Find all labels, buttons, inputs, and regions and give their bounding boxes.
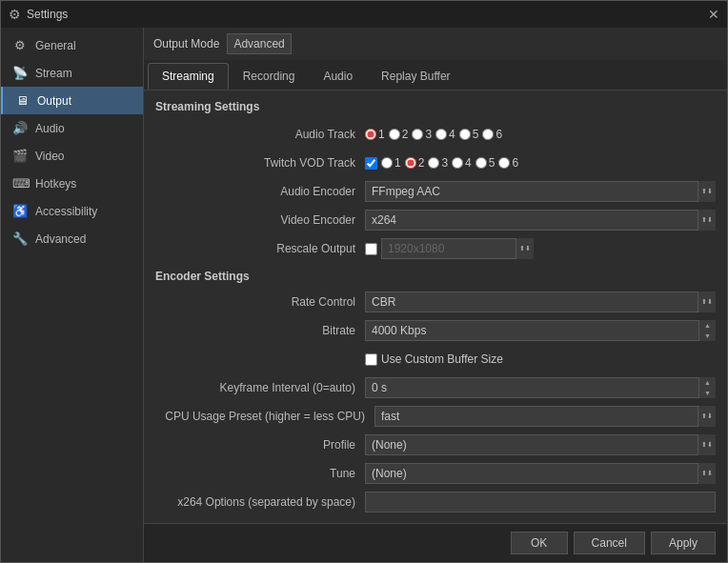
bitrate-spinner: ▲ ▼ (365, 320, 716, 341)
profile-select-wrapper: (None) (365, 434, 716, 455)
sidebar-item-accessibility[interactable]: ♿ Accessibility (1, 197, 143, 225)
stream-icon: 📡 (12, 66, 28, 80)
tune-select-wrapper: (None) (365, 463, 716, 484)
rate-control-row: Rate Control CBR (155, 291, 716, 313)
audio-encoder-select[interactable]: FFmpeg AAC (365, 181, 716, 202)
ok-button[interactable]: OK (511, 532, 568, 554)
rescale-output-row: Rescale Output 1920x1080 (155, 237, 716, 260)
tabs-bar: Streaming Recording Audio Replay Buffer (144, 60, 727, 90)
twitch-vod-radio-5[interactable]: 5 (475, 156, 495, 170)
twitch-vod-radio-1[interactable]: 1 (381, 156, 401, 170)
audio-track-row: Audio Track 1 2 3 (155, 123, 716, 146)
rescale-resolution-select[interactable]: 1920x1080 (381, 238, 534, 259)
output-icon: 🖥 (14, 93, 30, 108)
audio-track-radio-1[interactable]: 1 (365, 128, 385, 141)
twitch-vod-radio-3[interactable]: 3 (428, 156, 448, 170)
output-mode-select[interactable]: Advanced Simple (227, 33, 292, 54)
profile-select[interactable]: (None) (365, 434, 716, 455)
bitrate-input[interactable] (365, 320, 716, 341)
keyframe-down-button[interactable]: ▼ (699, 388, 716, 398)
sidebar-item-stream[interactable]: 📡 Stream (1, 59, 143, 87)
audio-track-radio-6[interactable]: 6 (482, 128, 502, 141)
tab-recording[interactable]: Recording (229, 63, 310, 90)
hotkeys-icon: ⌨ (12, 176, 28, 191)
audio-icon: 🔊 (12, 121, 28, 135)
rescale-output-controls: 1920x1080 (365, 238, 534, 259)
encoder-settings-section: Encoder Settings Rate Control CBR (155, 270, 716, 513)
video-encoder-select[interactable]: x264 (365, 210, 716, 231)
custom-buffer-label: Use Custom Buffer Size (381, 352, 503, 366)
sidebar: ⚙ General 📡 Stream 🖥 Output 🔊 Audio 🎬 Vi… (1, 28, 144, 562)
audio-track-radio-4[interactable]: 4 (435, 128, 455, 141)
output-mode-bar: Output Mode Advanced Simple (144, 28, 727, 60)
encoder-settings-title: Encoder Settings (155, 270, 716, 283)
gear-icon: ⚙ (12, 38, 28, 52)
audio-track-radio-3[interactable]: 3 (412, 128, 432, 141)
audio-track-radio-2[interactable]: 2 (389, 128, 409, 141)
custom-buffer-checkbox-wrapper: Use Custom Buffer Size (365, 352, 503, 366)
output-mode-label: Output Mode (153, 37, 219, 50)
keyframe-up-button[interactable]: ▲ (699, 377, 716, 388)
rate-control-label: Rate Control (155, 295, 365, 309)
sidebar-label-advanced: Advanced (35, 232, 86, 246)
twitch-vod-radio-2[interactable]: 2 (405, 156, 425, 170)
keyframe-spinner-arrows: ▲ ▼ (698, 377, 716, 398)
content-area: ⚙ General 📡 Stream 🖥 Output 🔊 Audio 🎬 Vi… (1, 28, 727, 562)
x264-options-input[interactable] (365, 492, 716, 513)
x264-options-row: x264 Options (separated by space) (155, 491, 716, 513)
keyframe-input[interactable] (365, 377, 716, 398)
twitch-vod-track-row: Twitch VOD Track 1 2 3 (155, 151, 716, 174)
sidebar-label-output: Output (37, 94, 71, 108)
video-encoder-row: Video Encoder x264 (155, 209, 716, 231)
twitch-vod-checkbox[interactable] (365, 157, 377, 170)
twitch-vod-label: Twitch VOD Track (155, 156, 365, 170)
video-encoder-label: Video Encoder (155, 213, 365, 227)
cancel-button[interactable]: Cancel (574, 532, 645, 554)
bottom-bar: OK Cancel Apply (144, 523, 727, 562)
settings-titlebar-icon: ⚙ (9, 7, 21, 22)
cpu-usage-label: CPU Usage Preset (higher = less CPU) (155, 410, 374, 423)
sidebar-item-hotkeys[interactable]: ⌨ Hotkeys (1, 170, 143, 197)
cpu-usage-select-wrapper: fast (374, 406, 716, 427)
tune-select[interactable]: (None) (365, 463, 716, 484)
rescale-output-checkbox[interactable] (365, 243, 377, 255)
settings-window: ⚙ Settings ✕ ⚙ General 📡 Stream 🖥 Output… (0, 0, 728, 563)
streaming-settings-title: Streaming Settings (155, 100, 716, 115)
rate-control-select[interactable]: CBR (365, 292, 716, 312)
sidebar-item-audio[interactable]: 🔊 Audio (1, 114, 143, 142)
advanced-icon: 🔧 (12, 231, 28, 246)
apply-button[interactable]: Apply (651, 532, 716, 554)
custom-buffer-checkbox[interactable] (365, 353, 377, 366)
tab-streaming[interactable]: Streaming (148, 63, 229, 90)
tab-replay-buffer[interactable]: Replay Buffer (367, 63, 465, 90)
rescale-resolution-wrapper: 1920x1080 (381, 238, 534, 259)
titlebar-title: Settings (27, 8, 68, 21)
sidebar-label-stream: Stream (35, 67, 72, 80)
audio-encoder-label: Audio Encoder (155, 185, 365, 198)
bitrate-down-button[interactable]: ▼ (699, 331, 716, 341)
twitch-vod-radio-4[interactable]: 4 (452, 156, 472, 170)
rescale-output-label: Rescale Output (155, 242, 365, 255)
x264-options-label: x264 Options (separated by space) (155, 495, 365, 509)
video-encoder-select-wrapper: x264 (365, 210, 716, 231)
main-panel: Output Mode Advanced Simple Streaming R (144, 28, 727, 562)
twitch-vod-radio-6[interactable]: 6 (498, 156, 518, 170)
bitrate-up-button[interactable]: ▲ (699, 320, 716, 331)
audio-track-radio-5[interactable]: 5 (459, 128, 479, 141)
sidebar-item-output[interactable]: 🖥 Output (1, 87, 143, 114)
sidebar-label-hotkeys: Hotkeys (35, 177, 76, 191)
rate-control-select-wrapper: CBR (365, 292, 716, 312)
audio-encoder-select-wrapper: FFmpeg AAC (365, 181, 716, 202)
bitrate-label: Bitrate (155, 324, 365, 337)
video-icon: 🎬 (12, 149, 28, 163)
titlebar-left: ⚙ Settings (9, 7, 68, 22)
tab-audio[interactable]: Audio (309, 63, 367, 90)
sidebar-item-video[interactable]: 🎬 Video (1, 142, 143, 170)
cpu-usage-select[interactable]: fast (374, 406, 716, 427)
bitrate-spinner-arrows: ▲ ▼ (698, 320, 716, 341)
close-button[interactable]: ✕ (708, 7, 719, 22)
sidebar-item-advanced[interactable]: 🔧 Advanced (1, 225, 143, 252)
keyframe-interval-row: Keyframe Interval (0=auto) ▲ ▼ (155, 376, 716, 399)
sidebar-label-accessibility: Accessibility (35, 205, 97, 218)
sidebar-item-general[interactable]: ⚙ General (1, 31, 143, 59)
